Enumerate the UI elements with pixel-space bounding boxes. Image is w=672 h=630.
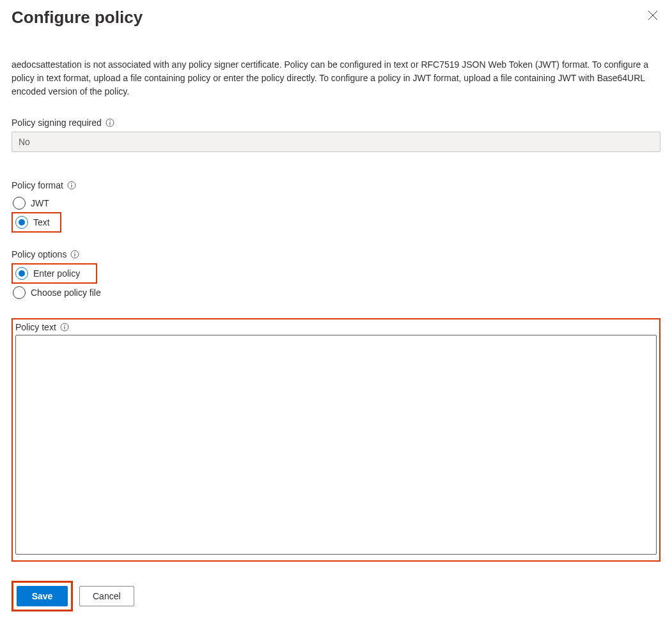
svg-rect-8 xyxy=(75,254,75,257)
close-button[interactable] xyxy=(645,8,660,23)
highlight-format-text: Text xyxy=(12,212,61,233)
highlight-enter-policy: Enter policy xyxy=(12,263,97,284)
radio-jwt-label: JWT xyxy=(31,198,49,208)
svg-rect-11 xyxy=(64,327,65,330)
info-icon[interactable] xyxy=(105,118,114,127)
info-icon[interactable] xyxy=(70,250,79,259)
description-text: aedocsattestation is not associated with… xyxy=(12,58,660,98)
policy-text-label: Policy text xyxy=(15,322,56,332)
cancel-button[interactable]: Cancel xyxy=(79,586,134,606)
policy-signing-input xyxy=(12,132,660,152)
highlight-policy-text: Policy text xyxy=(12,318,660,562)
radio-enter-policy[interactable]: Enter policy xyxy=(14,266,81,281)
save-button[interactable]: Save xyxy=(17,586,68,606)
policy-format-label: Policy format xyxy=(12,180,63,190)
radio-text[interactable]: Text xyxy=(14,215,51,230)
svg-point-1 xyxy=(109,120,111,121)
policy-options-group: Policy options Enter policy Choose polic… xyxy=(12,249,660,302)
radio-choose-file[interactable]: Choose policy file xyxy=(12,284,660,302)
radio-icon xyxy=(15,267,28,280)
radio-choose-label: Choose policy file xyxy=(31,288,101,298)
policy-options-label: Policy options xyxy=(12,249,66,259)
radio-enter-label: Enter policy xyxy=(33,268,80,279)
svg-rect-5 xyxy=(71,185,72,188)
close-icon xyxy=(648,10,658,20)
svg-point-7 xyxy=(75,252,76,253)
radio-icon xyxy=(13,286,26,299)
radio-text-label: Text xyxy=(33,217,50,227)
info-icon[interactable] xyxy=(60,323,69,332)
info-icon[interactable] xyxy=(67,181,76,190)
highlight-save: Save xyxy=(12,581,73,611)
policy-signing-label: Policy signing required xyxy=(12,118,102,128)
radio-icon xyxy=(15,216,28,229)
svg-rect-2 xyxy=(109,122,110,125)
page-title: Configure policy xyxy=(12,8,143,27)
policy-format-group: Policy format JWT Text xyxy=(12,180,660,233)
svg-point-4 xyxy=(71,183,72,184)
radio-jwt[interactable]: JWT xyxy=(12,194,660,212)
policy-signing-group: Policy signing required xyxy=(12,118,660,152)
policy-text-input[interactable] xyxy=(15,335,657,555)
radio-icon xyxy=(13,197,26,210)
svg-point-10 xyxy=(64,325,65,326)
